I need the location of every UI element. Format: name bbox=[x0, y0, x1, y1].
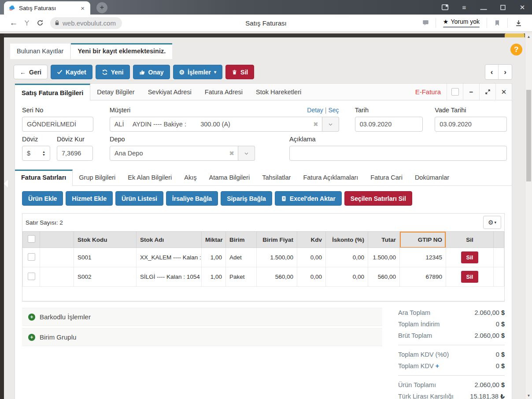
tab-atama-bilgileri[interactable]: Atama Bilgileri bbox=[203, 170, 256, 185]
col-gtip-no[interactable]: GTIP NO bbox=[400, 232, 446, 248]
urun-ekle-button[interactable]: Ürün Ekle bbox=[22, 191, 63, 206]
col-birim-fiyat[interactable]: Birim Fiyat bbox=[257, 232, 297, 248]
musteri-input[interactable]: ALİ AYDIN ---- Bakiye : 300.00 (A) ✖ bbox=[110, 117, 322, 132]
detay-link[interactable]: Detay bbox=[307, 107, 323, 114]
col-iskonto[interactable]: İskonto (%) bbox=[326, 232, 368, 248]
col-stok-kodu[interactable]: Stok Kodu bbox=[74, 232, 137, 248]
tab-grup-bilgileri[interactable]: Grup Bilgileri bbox=[73, 170, 122, 185]
tab-dokumanlar[interactable]: Dokümanlar bbox=[409, 170, 455, 185]
new-tab-button[interactable]: + bbox=[96, 2, 107, 13]
back-button[interactable]: ← Geri bbox=[14, 65, 48, 79]
comment-status-button[interactable]: ★Yorum yok bbox=[440, 18, 482, 28]
cell-tutar[interactable]: 560,00 bbox=[368, 267, 400, 287]
birim-gruplu-toggle[interactable]: + Birim Gruplu bbox=[22, 328, 382, 346]
seri-no-input[interactable]: GÖNDERİLMEDİ bbox=[22, 117, 93, 132]
tab-detay-bilgiler[interactable]: Detay Bilgiler bbox=[90, 84, 141, 100]
siparis-bagla-button[interactable]: Sipariş Bağla bbox=[221, 191, 272, 206]
tab-fatura-aciklamalari[interactable]: Fatura Açıklamaları bbox=[297, 170, 364, 185]
sec-link[interactable]: Seç bbox=[329, 107, 339, 114]
select-all-checkbox[interactable] bbox=[28, 235, 35, 243]
row-delete-button[interactable]: Sil bbox=[461, 251, 479, 263]
back-nav-icon[interactable]: ← bbox=[7, 16, 20, 30]
hizmet-ekle-button[interactable]: Hizmet Ekle bbox=[66, 191, 113, 206]
panel-expand-icon[interactable] bbox=[479, 84, 495, 100]
minimize-window-icon[interactable]: — bbox=[474, 0, 493, 15]
panel-close-icon[interactable]: ✕ bbox=[495, 84, 512, 100]
depo-dropdown-button[interactable] bbox=[238, 146, 255, 161]
page-scrollbar[interactable]: ▲ ▼ bbox=[525, 33, 532, 399]
col-birim[interactable]: Birim bbox=[226, 232, 257, 248]
cell-kdv[interactable]: 0,00 bbox=[297, 267, 326, 287]
new-button[interactable]: Yeni bbox=[96, 65, 130, 79]
operations-button[interactable]: ⚙ İşlemler ▾ bbox=[173, 65, 223, 79]
tab-found-records[interactable]: Bulunan Kayıtlar bbox=[10, 44, 70, 59]
cell-stok-adi[interactable]: SİLGİ ---- Kalan : 1054 bbox=[137, 267, 202, 287]
cell-stok-kodu[interactable]: S001 bbox=[74, 248, 137, 267]
aciklama-input[interactable] bbox=[289, 146, 507, 161]
tab-fatura-cari[interactable]: Fatura Cari bbox=[364, 170, 409, 185]
address-bar[interactable]: web.evobulut.com bbox=[50, 17, 122, 29]
col-kdv[interactable]: Kdv bbox=[297, 232, 326, 248]
tab-close-icon[interactable]: × bbox=[79, 4, 86, 12]
tab-satis-fatura-bilgileri[interactable]: Satış Fatura Bilgileri bbox=[15, 84, 90, 100]
efatura-checkbox-cell[interactable] bbox=[447, 84, 463, 100]
cell-iskonto[interactable]: 0,00 bbox=[326, 267, 368, 287]
depo-clear-icon[interactable]: ✖ bbox=[229, 150, 234, 157]
cell-miktar[interactable]: 1,00 bbox=[202, 267, 226, 287]
col-tutar[interactable]: Tutar bbox=[368, 232, 400, 248]
barkodlu-islemler-toggle[interactable]: + Barkodlu İşlemler bbox=[22, 308, 382, 326]
comments-icon[interactable] bbox=[420, 19, 431, 26]
add-kdv-icon[interactable]: + bbox=[436, 362, 439, 369]
panel-collapse-icon[interactable]: − bbox=[463, 84, 479, 100]
row-checkbox[interactable] bbox=[28, 253, 35, 261]
maximize-window-icon[interactable] bbox=[493, 0, 513, 15]
spinner-arrows-icon[interactable]: ▲▼ bbox=[42, 150, 45, 156]
grid-settings-button[interactable]: ⚙▾ bbox=[483, 216, 501, 229]
depo-input[interactable]: Ana Depo ✖ bbox=[110, 146, 238, 161]
row-delete-button[interactable]: Sil bbox=[461, 271, 479, 283]
tab-akis[interactable]: Akış bbox=[178, 170, 203, 185]
cell-birim[interactable]: Paket bbox=[226, 267, 257, 287]
cell-birim-fiyat[interactable]: 1.500,00 bbox=[257, 248, 297, 267]
cell-birim[interactable]: Adet bbox=[226, 248, 257, 267]
musteri-clear-icon[interactable]: ✖ bbox=[313, 121, 318, 128]
tab-fatura-satirlari[interactable]: Fatura Satırları bbox=[15, 170, 73, 186]
scrollbar-thumb[interactable] bbox=[526, 90, 531, 181]
forward-nav-icon[interactable] bbox=[20, 16, 33, 30]
row-checkbox[interactable] bbox=[28, 273, 35, 280]
cell-gtip[interactable]: 67890 bbox=[400, 267, 446, 287]
cell-stok-kodu[interactable]: S002 bbox=[74, 267, 137, 287]
col-miktar[interactable]: Miktar bbox=[202, 232, 226, 248]
prev-record-button[interactable]: ‹ bbox=[485, 65, 499, 79]
cell-birim-fiyat[interactable]: 560,00 bbox=[257, 267, 297, 287]
cell-gtip[interactable]: 12345 bbox=[400, 248, 446, 267]
tab-fatura-adresi[interactable]: Fatura Adresi bbox=[198, 84, 249, 100]
tab-stok-hareketleri[interactable]: Stok Hareketleri bbox=[249, 84, 308, 100]
irsaliye-bagla-button[interactable]: İrsaliye Bağla bbox=[166, 191, 218, 206]
delete-button[interactable]: Sil bbox=[225, 65, 254, 79]
bookmark-icon[interactable] bbox=[491, 19, 503, 26]
browser-tab[interactable]: Satış Faturası × bbox=[4, 1, 90, 15]
tab-panel-icon[interactable] bbox=[435, 0, 454, 15]
doviz-kur-input[interactable]: 7,3696 bbox=[57, 146, 93, 161]
next-record-button[interactable]: › bbox=[499, 65, 512, 79]
menu-icon[interactable]: ≡ bbox=[454, 0, 474, 15]
reload-icon[interactable] bbox=[33, 16, 47, 30]
vade-tarihi-input[interactable]: 03.09.2020 bbox=[435, 117, 507, 132]
cell-iskonto[interactable]: 0,00 bbox=[326, 248, 368, 267]
scroll-down-icon[interactable]: ▼ bbox=[525, 394, 532, 398]
tab-ek-alan-bilgileri[interactable]: Ek Alan Bilgileri bbox=[122, 170, 178, 185]
doviz-select[interactable]: $ ▲▼ bbox=[22, 146, 50, 161]
save-button[interactable]: Kaydet bbox=[51, 65, 92, 79]
approve-button[interactable]: Onay bbox=[133, 65, 170, 79]
excel-aktar-button[interactable]: X Excel'den Aktar bbox=[275, 191, 342, 206]
help-button[interactable]: ? bbox=[510, 44, 522, 55]
efatura-checkbox[interactable] bbox=[451, 88, 459, 96]
tarih-input[interactable]: 03.09.2020 bbox=[355, 117, 423, 132]
download-icon[interactable] bbox=[512, 19, 525, 27]
close-window-icon[interactable]: ✕ bbox=[513, 0, 532, 15]
musteri-dropdown-button[interactable] bbox=[322, 117, 339, 132]
urun-listesi-button[interactable]: Ürün Listesi bbox=[115, 191, 163, 206]
cell-kdv[interactable]: 0,00 bbox=[297, 248, 326, 267]
tab-sevkiyat-adresi[interactable]: Sevkiyat Adresi bbox=[141, 84, 198, 100]
